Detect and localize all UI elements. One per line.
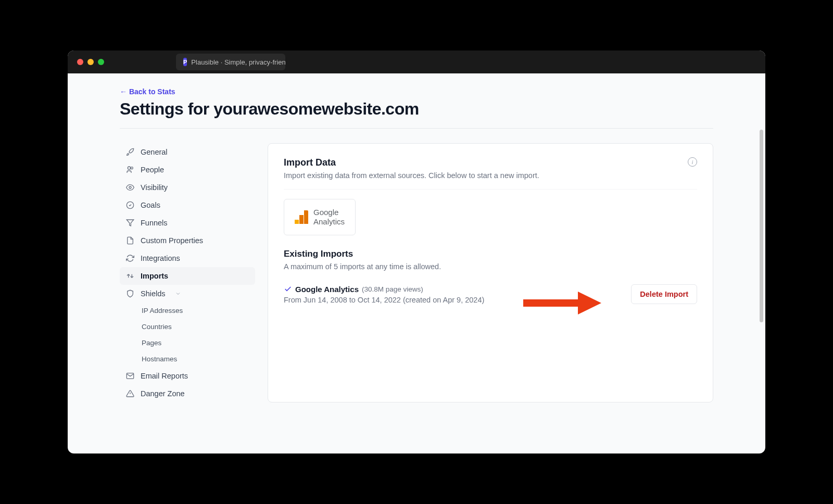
nav-integrations[interactable]: Integrations [120,249,255,267]
google-analytics-label: Google Analytics [313,208,345,226]
nav-label: Shields [141,289,166,298]
rocket-icon [126,148,134,156]
browser-tab[interactable]: P Plausible · Simple, privacy-frien [176,54,285,70]
scrollbar[interactable] [760,130,763,322]
funnel-icon [126,219,134,227]
existing-imports-title: Existing Imports [284,249,697,259]
nav-general[interactable]: General [120,143,255,161]
page-title: Settings for yourawesomewebsite.com [120,99,713,119]
maximize-window-button[interactable] [98,59,104,65]
nav-label: Funnels [141,219,168,227]
header-divider [120,128,713,129]
panel-divider [284,189,697,190]
nav-label: Goals [141,201,160,209]
settings-sidebar: General People Visibility [120,143,255,402]
nav-shields-countries[interactable]: Countries [120,319,255,335]
import-dates: From Jun 14, 2008 to Oct 14, 2022 (creat… [284,296,484,304]
nav-shields-pages[interactable]: Pages [120,335,255,351]
delete-import-button[interactable]: Delete Import [631,284,697,304]
close-window-button[interactable] [77,59,83,65]
nav-people[interactable]: People [120,161,255,179]
nav-label: People [141,166,164,174]
import-row: Google Analytics (30.8M page views) From… [284,284,697,304]
svg-point-0 [128,167,130,169]
nav-label: Custom Properties [141,236,203,245]
nav-danger-zone[interactable]: Danger Zone [120,385,255,402]
google-analytics-import-button[interactable]: Google Analytics [284,199,356,235]
mail-icon [126,372,134,380]
panel-title: Import Data [284,157,539,168]
tab-title: Plausible · Simple, privacy-frien [191,58,285,66]
import-panel: Import Data Import existing data from ex… [268,143,713,402]
existing-imports-description: A maximum of 5 imports at any time is al… [284,262,697,271]
google-analytics-icon [295,210,308,224]
nav-label: Visibility [141,183,168,192]
nav-label: General [141,148,168,156]
nav-shields[interactable]: Shields [120,285,255,303]
chevron-down-icon [175,291,181,297]
warning-icon [126,389,134,398]
traffic-lights [77,59,104,65]
document-icon [126,236,134,245]
nav-email-reports[interactable]: Email Reports [120,367,255,385]
refresh-icon [126,254,134,262]
nav-imports[interactable]: Imports [120,267,255,285]
page-content: ← Back to Stats Settings for yourawesome… [68,73,765,453]
panel-description: Import existing data from external sourc… [284,171,539,180]
nav-custom-properties[interactable]: Custom Properties [120,232,255,249]
check-icon [284,285,292,293]
nav-label: Danger Zone [141,389,185,398]
nav-funnels[interactable]: Funnels [120,214,255,232]
info-icon[interactable]: i [688,157,697,167]
nav-shields-hostnames[interactable]: Hostnames [120,351,255,367]
app-window: P Plausible · Simple, privacy-frien ← Ba… [68,51,765,453]
shield-icon [126,289,134,298]
minimize-window-button[interactable] [87,59,94,65]
arrows-updown-icon [126,272,134,280]
nav-visibility[interactable]: Visibility [120,179,255,196]
tab-favicon: P [183,58,187,66]
users-icon [126,166,134,174]
eye-icon [126,183,134,192]
check-circle-icon [126,201,134,209]
back-to-stats-link[interactable]: ← Back to Stats [120,87,175,96]
nav-label: Integrations [141,254,180,262]
nav-goals[interactable]: Goals [120,196,255,214]
nav-label: Imports [141,272,168,280]
titlebar: P Plausible · Simple, privacy-frien [68,51,765,73]
nav-shields-ip[interactable]: IP Addresses [120,303,255,319]
svg-point-1 [131,167,133,169]
nav-label: Email Reports [141,372,188,380]
import-meta: (30.8M page views) [362,285,423,293]
svg-marker-4 [127,220,133,226]
svg-point-2 [129,186,131,188]
import-source-name: Google Analytics [295,285,359,294]
